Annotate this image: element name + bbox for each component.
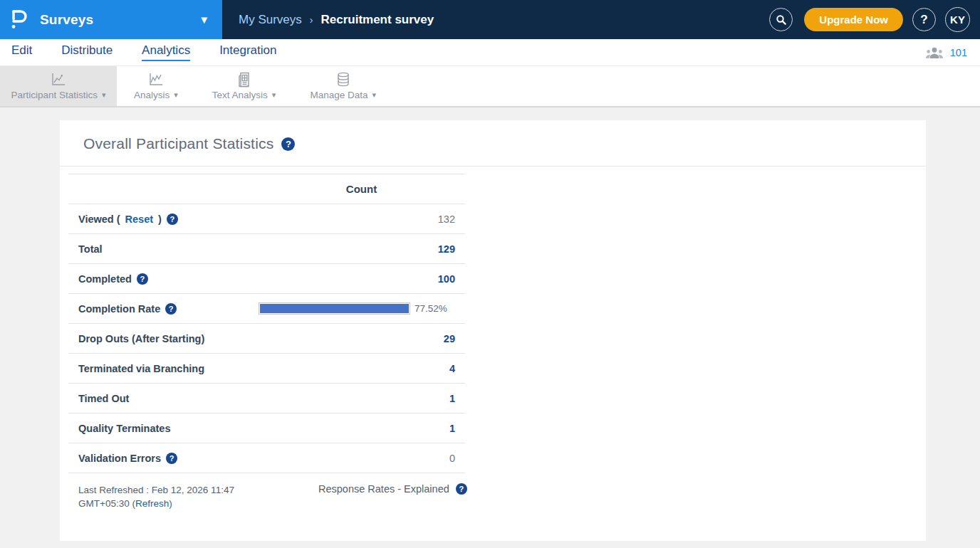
table-row-completion-rate: Completion Rate ? 77.52%	[68, 294, 465, 324]
response-rates-help-icon: ?	[456, 483, 467, 495]
toolbar-item-label: Analysis ▾	[134, 90, 178, 100]
table-row-viewed: Viewed ( Reset ) ? 132	[68, 204, 465, 234]
nav-tabs: Edit Distribute Analytics Integration	[11, 43, 925, 61]
completion-rate-bar-fill	[260, 304, 409, 313]
row-label: Viewed ( Reset ) ?	[78, 214, 258, 225]
toolbar-item-label: Manage Data ▾	[310, 90, 376, 100]
avatar[interactable]: KY	[945, 7, 970, 32]
tab-analytics[interactable]: Analytics	[142, 43, 190, 61]
row-label: Timed Out	[78, 393, 258, 404]
table-footer: Last Refreshed : Feb 12, 2026 11:47 GMT+…	[68, 483, 926, 510]
reset-link[interactable]: Reset	[125, 214, 154, 225]
row-value: 29	[258, 324, 465, 354]
table-row-terminated-branching: Terminated via Branching 4	[68, 354, 465, 384]
row-value: 129	[258, 234, 465, 264]
last-refreshed: Last Refreshed : Feb 12, 2026 11:47 GMT+…	[68, 483, 248, 510]
analytics-toolbar: Participant Statistics ▾ Analysis ▾ Text…	[0, 66, 980, 107]
table-row-total: Total 129	[68, 234, 465, 264]
row-value: 132	[258, 204, 465, 234]
top-bar-right: My Surveys › Recruitment survey Upgrade …	[222, 0, 980, 39]
statistics-table: Count Viewed ( Reset ) ? 132 Total 129 C…	[68, 174, 465, 473]
row-value: 100	[258, 264, 465, 294]
row-label: Drop Outs (After Starting)	[78, 333, 258, 344]
toolbar-participant-statistics[interactable]: Participant Statistics ▾	[0, 66, 117, 106]
row-label: Quality Terminates	[78, 423, 258, 434]
database-icon	[335, 72, 352, 88]
participants-indicator[interactable]: 101	[925, 46, 967, 59]
text-document-icon	[236, 72, 253, 88]
upgrade-now-button[interactable]: Upgrade Now	[804, 8, 903, 31]
completion-rate-value: 77.52%	[415, 303, 447, 314]
row-label: Completion Rate ?	[78, 303, 258, 315]
participant-statistics-panel: Overall Participant Statistics ? Count V…	[60, 120, 926, 541]
product-caret-icon: ▼	[199, 14, 209, 26]
panel-help-icon[interactable]: ?	[281, 137, 295, 151]
row-label: Completed ?	[78, 273, 258, 285]
chevron-down-icon: ▾	[174, 90, 178, 100]
completion-rate-bar-wrap: 77.52%	[258, 302, 465, 315]
table-row-quality-terminates: Quality Terminates 1	[68, 413, 465, 443]
table-row-completed: Completed ? 100	[68, 264, 465, 294]
row-label: Terminated via Branching	[78, 363, 258, 374]
breadcrumb-separator-icon: ›	[310, 14, 313, 26]
chevron-down-icon: ▾	[372, 90, 376, 100]
chevron-down-icon: ▾	[102, 90, 106, 100]
toolbar-manage-data[interactable]: Manage Data ▾	[293, 66, 393, 106]
product-switcher[interactable]: Surveys ▼	[0, 0, 222, 39]
toolbar-text-analysis[interactable]: Text Analysis ▾	[195, 66, 293, 106]
search-button[interactable]	[769, 8, 793, 31]
product-name: Surveys	[40, 12, 199, 28]
chevron-down-icon: ▾	[272, 90, 276, 100]
help-button[interactable]: ?	[912, 8, 936, 31]
content-area: Overall Participant Statistics ? Count V…	[0, 107, 980, 541]
panel-header: Overall Participant Statistics ?	[60, 120, 926, 167]
table-header-row: Count	[68, 174, 465, 204]
top-bar: Surveys ▼ My Surveys › Recruitment surve…	[0, 0, 980, 39]
count-column-header: Count	[258, 174, 465, 204]
analysis-chart-icon	[147, 72, 165, 88]
completed-help-icon[interactable]: ?	[137, 273, 148, 285]
refresh-link[interactable]: Refresh	[135, 498, 169, 509]
toolbar-item-label: Text Analysis ▾	[212, 90, 276, 100]
viewed-help-icon[interactable]: ?	[167, 214, 178, 225]
breadcrumb: My Surveys › Recruitment survey	[239, 13, 760, 27]
row-label: Validation Errors ?	[78, 453, 258, 464]
tab-distribute[interactable]: Distribute	[61, 43, 113, 61]
row-value: 4	[258, 354, 465, 384]
people-icon	[925, 46, 944, 59]
response-rates-explained[interactable]: Response Rates - Explained ?	[248, 483, 467, 495]
row-value: 0	[258, 443, 465, 473]
tab-integration[interactable]: Integration	[219, 43, 276, 61]
row-label: Total	[78, 243, 258, 255]
questionpro-logo-icon	[10, 9, 28, 31]
participants-count: 101	[950, 47, 967, 58]
table-row-validation-errors: Validation Errors ? 0	[68, 443, 465, 473]
breadcrumb-current-survey: Recruitment survey	[320, 13, 434, 27]
search-icon	[776, 14, 787, 26]
line-chart-icon	[50, 72, 67, 88]
breadcrumb-my-surveys[interactable]: My Surveys	[239, 13, 302, 27]
panel-title: Overall Participant Statistics	[83, 135, 273, 152]
table-row-drop-outs: Drop Outs (After Starting) 29	[68, 324, 465, 354]
row-value: 1	[258, 413, 465, 443]
completion-rate-bar	[259, 302, 410, 315]
table-row-timed-out: Timed Out 1	[68, 384, 465, 413]
tab-edit[interactable]: Edit	[11, 43, 32, 61]
row-value: 1	[258, 384, 465, 413]
completion-rate-help-icon[interactable]: ?	[165, 303, 177, 315]
survey-nav: Edit Distribute Analytics Integration 10…	[0, 39, 980, 66]
validation-errors-help-icon[interactable]: ?	[166, 453, 177, 464]
toolbar-analysis[interactable]: Analysis ▾	[117, 66, 195, 106]
toolbar-item-label: Participant Statistics ▾	[11, 90, 105, 100]
